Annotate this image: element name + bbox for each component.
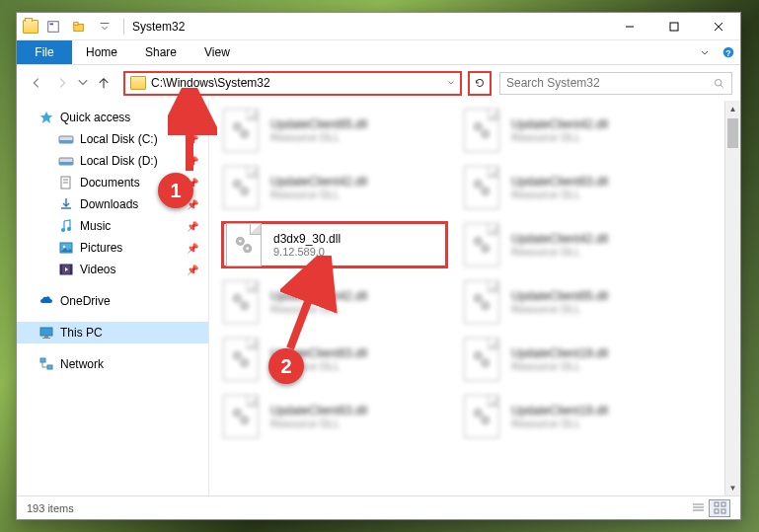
- maximize-button[interactable]: [651, 13, 696, 40]
- sidebar-label: Documents: [80, 176, 140, 190]
- file-item[interactable]: UpdateClient42.dllResource DLL: [221, 278, 448, 326]
- sidebar-item-videos[interactable]: Videos 📌: [17, 259, 208, 280]
- svg-point-21: [67, 227, 71, 231]
- qat-properties-button[interactable]: [42, 16, 64, 38]
- address-dropdown-icon[interactable]: [442, 79, 460, 87]
- sidebar-label: OneDrive: [60, 294, 111, 308]
- file-item[interactable]: UpdateClient65.dllResource DLL: [221, 107, 448, 154]
- recent-button[interactable]: [76, 71, 90, 95]
- dll-file-icon: [223, 395, 263, 438]
- svg-rect-31: [47, 365, 52, 369]
- sidebar-item-music[interactable]: Music 📌: [17, 215, 208, 237]
- close-button[interactable]: [696, 13, 740, 40]
- navbar: C:\Windows\System32: [17, 65, 740, 101]
- sidebar-network[interactable]: Network: [17, 353, 208, 375]
- svg-point-11: [715, 79, 721, 86]
- pin-icon: 📌: [187, 134, 198, 145]
- file-subtitle: Resource DLL: [511, 418, 608, 429]
- dll-file-icon: [464, 223, 503, 266]
- quick-access-icon: [38, 110, 54, 125]
- file-item[interactable]: UpdateClient42.dllResource DLL: [221, 164, 448, 211]
- pin-icon: 📌: [187, 199, 198, 210]
- sidebar-label: Music: [80, 219, 111, 233]
- sidebar-quick-access[interactable]: Quick access: [17, 107, 208, 128]
- search-box[interactable]: [499, 72, 732, 95]
- window-controls: [607, 13, 740, 40]
- svg-point-78: [477, 412, 480, 415]
- svg-rect-6: [670, 23, 678, 31]
- file-item[interactable]: UpdateClient63.dllResource DLL: [221, 393, 448, 440]
- file-subtitle: 9.12.589.0: [273, 246, 341, 258]
- file-name: UpdateClient42.dll: [270, 175, 367, 189]
- dll-file-icon: [464, 109, 503, 152]
- svg-rect-14: [59, 140, 73, 143]
- forward-button[interactable]: [50, 71, 74, 95]
- file-item[interactable]: d3dx9_30.dll9.12.589.0: [221, 221, 448, 268]
- file-item[interactable]: UpdateClient42.dllResource DLL: [462, 107, 689, 154]
- sidebar-item-disk-d[interactable]: Local Disk (D:) 📌: [17, 150, 208, 172]
- titlebar: System32: [17, 13, 740, 40]
- sidebar-item-downloads[interactable]: Downloads 📌: [17, 193, 208, 215]
- disk-icon: [58, 153, 74, 169]
- view-details-button[interactable]: [687, 499, 709, 517]
- videos-icon: [58, 262, 74, 277]
- scroll-up-button[interactable]: ▲: [725, 101, 740, 116]
- search-input[interactable]: [506, 76, 713, 90]
- file-tab[interactable]: File: [17, 40, 72, 64]
- address-bar[interactable]: C:\Windows\System32: [123, 71, 462, 96]
- back-button[interactable]: [25, 71, 48, 95]
- tab-home[interactable]: Home: [72, 40, 131, 64]
- sidebar-item-pictures[interactable]: Pictures 📌: [17, 237, 208, 259]
- scrollbar[interactable]: ▲ ▼: [724, 101, 740, 495]
- file-item[interactable]: UpdateClient19.dllResource DLL: [462, 336, 689, 383]
- music-icon: [58, 218, 74, 234]
- scroll-thumb[interactable]: [727, 118, 738, 148]
- up-button[interactable]: [92, 71, 115, 95]
- file-name: UpdateClient63.dll: [511, 175, 608, 189]
- file-name: UpdateClient63.dll: [270, 346, 367, 360]
- qat-dropdown-button[interactable]: [94, 16, 115, 38]
- qat-newfolder-button[interactable]: [68, 16, 90, 38]
- quick-access-toolbar: [17, 16, 128, 38]
- pin-icon: 📌: [187, 221, 198, 232]
- file-name: UpdateClient65.dll: [270, 117, 367, 131]
- folder-icon: [23, 20, 38, 34]
- refresh-button[interactable]: [468, 71, 492, 96]
- sidebar-item-documents[interactable]: Documents 📌: [17, 172, 208, 193]
- sidebar-onedrive[interactable]: OneDrive: [17, 290, 208, 312]
- ribbon-expand-button[interactable]: [693, 40, 717, 64]
- tab-view[interactable]: View: [190, 40, 244, 64]
- sidebar-item-disk-c[interactable]: Local Disk (C:) 📌: [17, 128, 208, 150]
- separator: [123, 19, 124, 35]
- help-button[interactable]: ?: [717, 40, 740, 64]
- file-item[interactable]: UpdateClient19.dllResource DLL: [462, 393, 689, 440]
- file-item[interactable]: UpdateClient63.dllResource DLL: [221, 336, 448, 383]
- svg-point-67: [484, 247, 487, 250]
- sidebar-label: This PC: [60, 326, 103, 340]
- sidebar: Quick access Local Disk (C:) 📌 Local Dis…: [17, 101, 209, 495]
- thispc-icon: [38, 325, 54, 341]
- sidebar-thispc[interactable]: This PC: [17, 322, 208, 343]
- pin-icon: 📌: [187, 156, 198, 167]
- tab-share[interactable]: Share: [131, 40, 190, 64]
- view-icons-button[interactable]: [709, 499, 730, 517]
- svg-point-75: [484, 361, 487, 364]
- svg-point-47: [243, 304, 246, 307]
- svg-point-58: [477, 125, 480, 128]
- file-item[interactable]: UpdateClient63.dllResource DLL: [462, 164, 689, 211]
- svg-point-66: [477, 240, 480, 243]
- item-count: 193 items: [27, 502, 74, 514]
- file-name: UpdateClient42.dll: [511, 117, 608, 131]
- folder-icon: [130, 76, 146, 90]
- svg-point-46: [236, 297, 239, 300]
- svg-rect-16: [59, 162, 73, 165]
- svg-point-20: [61, 228, 65, 232]
- file-item[interactable]: UpdateClient65.dllResource DLL: [462, 278, 689, 326]
- file-name: UpdateClient19.dll: [511, 346, 608, 360]
- file-item[interactable]: UpdateClient42.dllResource DLL: [462, 221, 689, 268]
- svg-point-59: [484, 132, 487, 135]
- svg-point-54: [236, 412, 239, 415]
- scroll-down-button[interactable]: ▼: [725, 480, 740, 495]
- file-pane[interactable]: UpdateClient65.dllResource DLLUpdateClie…: [209, 101, 740, 495]
- minimize-button[interactable]: [607, 13, 651, 40]
